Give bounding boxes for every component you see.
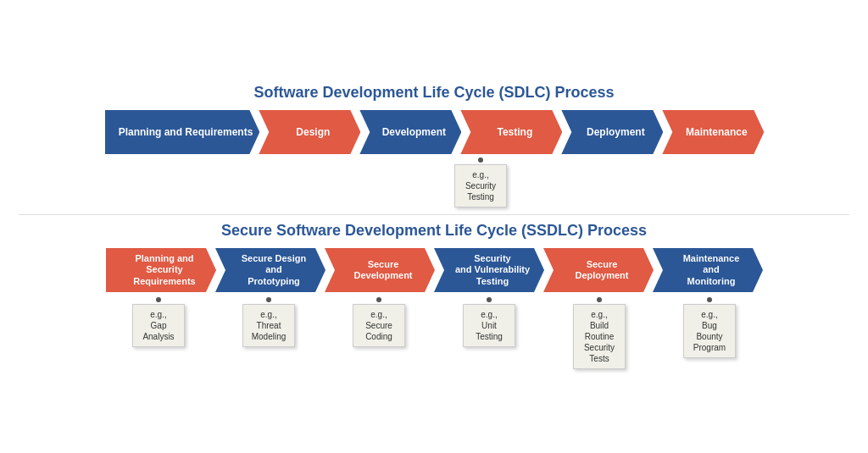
top-arrow-1: Design	[259, 110, 360, 154]
pin-icon-1	[266, 297, 271, 302]
main-container: Software Development Life Cycle (SDLC) P…	[19, 75, 849, 378]
ssdlc-section: Planning and Security RequirementsSecure…	[19, 248, 849, 369]
divider	[19, 214, 849, 215]
top-note-cell: e.g., Security Testing	[426, 157, 536, 207]
bottom-note-5: e.g., Bug Bounty Program	[683, 304, 736, 358]
bottom-arrow-3: Security and Vulnerability Testing	[434, 248, 544, 292]
pin-icon-4	[597, 297, 602, 302]
bottom-note-1: e.g., Threat Modeling	[242, 304, 295, 347]
bottom-note-2: e.g., Secure Coding	[353, 304, 405, 347]
bottom-note-3: e.g., Unit Testing	[463, 304, 515, 347]
bottom-note-4: e.g., Build Routine Security Tests	[573, 304, 626, 369]
ssdlc-title: Secure Software Development Life Cycle (…	[19, 222, 849, 240]
pin-icon-0	[156, 297, 161, 302]
bottom-note-cell-0: e.g., Gap Analysis	[103, 297, 214, 369]
bottom-note-cell-3: e.g., Unit Testing	[434, 297, 544, 369]
pin-icon-3	[487, 297, 492, 302]
top-arrow-0: Planning and Requirements	[105, 110, 260, 154]
bottom-arrow-chain: Planning and Security RequirementsSecure…	[19, 248, 849, 292]
sdlc-title: Software Development Life Cycle (SDLC) P…	[19, 84, 849, 102]
bottom-notes-row: e.g., Gap Analysise.g., Threat Modelinge…	[19, 297, 849, 369]
bottom-note-0: e.g., Gap Analysis	[132, 304, 185, 347]
bottom-note-cell-4: e.g., Build Routine Security Tests	[544, 297, 654, 369]
bottom-note-cell-5: e.g., Bug Bounty Program	[654, 297, 765, 369]
bottom-arrow-1: Secure Design and Prototyping	[215, 248, 326, 292]
top-arrow-3: Testing	[460, 110, 562, 154]
pin-icon	[478, 157, 483, 163]
top-arrow-4: Deployment	[561, 110, 663, 154]
top-arrow-2: Development	[359, 110, 461, 154]
bottom-arrow-5: Maintenance and Monitoring	[653, 248, 763, 292]
bottom-arrow-0: Planning and Security Requirements	[106, 248, 216, 292]
bottom-arrow-4: Secure Deployment	[543, 248, 654, 292]
top-arrow-chain: Planning and RequirementsDesignDevelopme…	[19, 110, 849, 154]
sdlc-section: Planning and RequirementsDesignDevelopme…	[19, 110, 849, 207]
top-note-area: e.g., Security Testing	[19, 157, 849, 207]
security-testing-note: e.g., Security Testing	[454, 164, 507, 207]
pin-icon-2	[376, 297, 381, 302]
top-arrow-5: Maintenance	[662, 110, 764, 154]
bottom-arrow-2: Secure Development	[325, 248, 435, 292]
pin-icon-5	[707, 297, 712, 302]
bottom-note-cell-1: e.g., Threat Modeling	[214, 297, 324, 369]
bottom-note-cell-2: e.g., Secure Coding	[324, 297, 434, 369]
